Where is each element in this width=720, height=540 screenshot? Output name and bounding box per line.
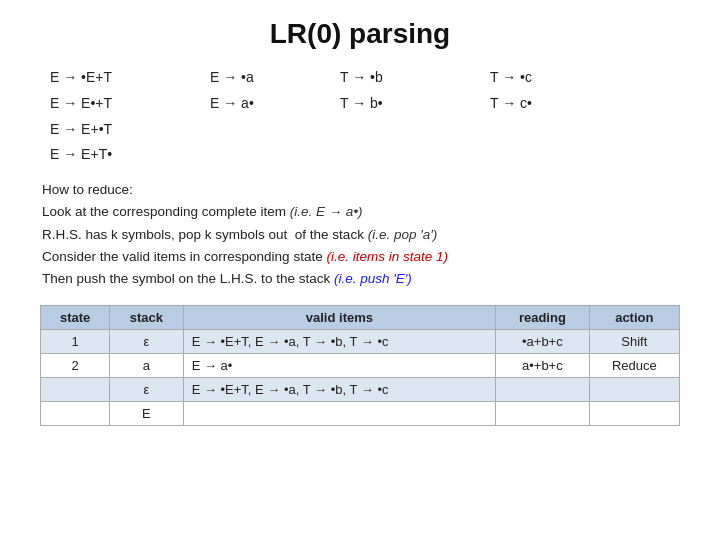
prod-right-3a (210, 118, 340, 142)
table-header-row: state stack valid items reading action (41, 305, 680, 329)
prod-right-1c: T → •c (490, 66, 640, 90)
how-to-line2: Look at the corresponding complete item … (42, 201, 680, 223)
cell-reading-1: •a+b+c (496, 329, 590, 353)
cell-reading-2: a•+b+c (496, 353, 590, 377)
cell-stack-1: ε (110, 329, 183, 353)
table-row: 1 ε E → •E+T, E → •a, T → •b, T → •c •a+… (41, 329, 680, 353)
cell-state-1: 1 (41, 329, 110, 353)
how-to-line4: Consider the valid items in correspondin… (42, 246, 680, 268)
lr-table: state stack valid items reading action 1… (40, 305, 680, 426)
prod-right-4b (340, 143, 490, 167)
cell-valid-3: E → •E+T, E → •a, T → •b, T → •c (183, 377, 495, 401)
prod-left-4: E → E+T• (50, 143, 210, 167)
productions-grid: E → •E+T E → •a T → •b T → •c E → E•+T E… (50, 66, 680, 167)
col-valid-items: valid items (183, 305, 495, 329)
prod-right-2a: E → a• (210, 92, 340, 116)
col-action: action (589, 305, 679, 329)
cell-action-2: Reduce (589, 353, 679, 377)
how-to-line3: R.H.S. has k symbols, pop k symbols out … (42, 224, 680, 246)
prod-right-4a (210, 143, 340, 167)
cell-action-4 (589, 401, 679, 425)
cell-action-1: Shift (589, 329, 679, 353)
how-to-line5: Then push the symbol on the L.H.S. to th… (42, 268, 680, 290)
page-title: LR(0) parsing (40, 18, 680, 50)
table-row: 2 a E → a• a•+b+c Reduce (41, 353, 680, 377)
cell-stack-4: E (110, 401, 183, 425)
col-state: state (41, 305, 110, 329)
prod-right-1b: T → •b (340, 66, 490, 90)
cell-reading-4 (496, 401, 590, 425)
prod-left-3: E → E+•T (50, 118, 210, 142)
prod-right-3c (490, 118, 640, 142)
prod-right-4c (490, 143, 640, 167)
cell-state-3 (41, 377, 110, 401)
cell-state-2: 2 (41, 353, 110, 377)
cell-valid-2: E → a• (183, 353, 495, 377)
cell-state-4 (41, 401, 110, 425)
cell-stack-3: ε (110, 377, 183, 401)
cell-valid-4 (183, 401, 495, 425)
prod-right-3b (340, 118, 490, 142)
prod-right-2b: T → b• (340, 92, 490, 116)
prod-left-1: E → •E+T (50, 66, 210, 90)
how-to-line1: How to reduce: (42, 179, 680, 201)
prod-right-1a: E → •a (210, 66, 340, 90)
how-to-section: How to reduce: Look at the corresponding… (42, 179, 680, 290)
prod-right-2c: T → c• (490, 92, 640, 116)
col-reading: reading (496, 305, 590, 329)
col-stack: stack (110, 305, 183, 329)
cell-action-3 (589, 377, 679, 401)
cell-valid-1: E → •E+T, E → •a, T → •b, T → •c (183, 329, 495, 353)
prod-left-2: E → E•+T (50, 92, 210, 116)
table-row: ε E → •E+T, E → •a, T → •b, T → •c (41, 377, 680, 401)
table-row: E (41, 401, 680, 425)
cell-reading-3 (496, 377, 590, 401)
cell-stack-2: a (110, 353, 183, 377)
